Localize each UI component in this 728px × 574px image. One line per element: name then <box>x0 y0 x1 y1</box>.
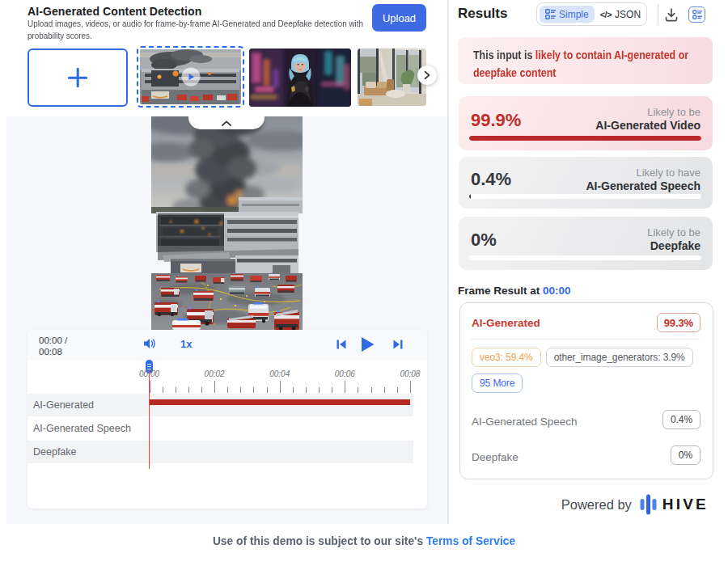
ruler-major-tick <box>214 381 215 393</box>
ruler-minor-tick <box>188 387 189 393</box>
list-view-button[interactable] <box>688 6 705 23</box>
ruler-major-tick <box>345 381 345 393</box>
score-progress-track <box>469 194 701 199</box>
ruler-minor-tick <box>293 387 294 393</box>
player-controls: 00:00 / 00:08 1x <box>28 330 427 360</box>
score-label: AI-Generated Speech <box>586 179 700 193</box>
detection-segment-bar <box>150 399 410 405</box>
results-heading: Results <box>458 6 507 22</box>
collapse-preview-button[interactable] <box>188 116 265 129</box>
track-row-deepfake: Deepfake <box>28 441 413 464</box>
thumbnail-cyberpunk-woman[interactable] <box>249 49 351 107</box>
alert-prefix: This input is <box>473 49 535 61</box>
ruler-minor-tick <box>384 387 385 393</box>
chip-veo3[interactable]: veo3: 59.4% <box>472 348 541 367</box>
carousel-next-button[interactable] <box>417 65 437 85</box>
hive-wordmark: HIVE <box>662 496 709 513</box>
list-view-icon <box>692 10 702 19</box>
terms-of-service-link[interactable]: Terms of Service <box>426 534 515 547</box>
upload-button[interactable]: Upload <box>372 4 426 32</box>
frame-result-heading: Frame Result at 00:00 <box>458 285 571 297</box>
track-row-label: AI-Generated <box>33 399 94 411</box>
score-qualifier: Likely to have <box>586 167 700 179</box>
frame-primary-label: AI-Generated <box>472 317 540 329</box>
ruler-minor-tick <box>332 387 332 393</box>
column-divider <box>447 0 449 524</box>
ruler-major-tick <box>280 381 281 393</box>
frame-result-card: AI-Generated 99.3% veo3: 59.4% other_ima… <box>459 302 713 479</box>
toolbar-divider <box>658 4 658 25</box>
plus-icon <box>77 68 79 87</box>
skip-to-start-button[interactable] <box>336 339 347 352</box>
ruler-minor-tick <box>267 387 268 393</box>
score-qualifier: Likely to be <box>647 226 700 239</box>
skip-to-end-button[interactable] <box>392 339 404 352</box>
track-row-ai-generated-speech: AI-Generated Speech <box>28 416 413 441</box>
skip-end-icon <box>392 339 404 350</box>
ruler-time-label: 00:02 <box>205 369 225 378</box>
play-icon <box>358 336 376 353</box>
skip-start-icon <box>336 339 347 350</box>
track-row-ai-generated: AI-Generated <box>28 394 413 416</box>
ruler-minor-tick <box>371 387 372 393</box>
playback-speed-button[interactable]: 1x <box>180 338 192 350</box>
powered-by-text: Powered by <box>561 497 632 513</box>
ai-content-detection-app: AI-Generated Content Detection Upload im… <box>0 0 728 574</box>
ruler-minor-tick <box>227 387 228 393</box>
volume-button[interactable] <box>143 338 156 352</box>
thumbnail-interior-room[interactable] <box>358 49 426 106</box>
page-title: AI-Generated Content Detection <box>28 5 201 18</box>
ruler-minor-tick <box>163 387 163 393</box>
frame-row-score-badge: 0% <box>671 445 700 465</box>
chip-more-classes[interactable]: 95 More <box>472 374 523 393</box>
add-media-thumbnail[interactable] <box>28 49 128 107</box>
view-mode-toggle: Simple </> JSON <box>536 2 647 26</box>
ruler-time-label: 00:08 <box>400 369 420 378</box>
chip-other-image-generators[interactable]: other_image_generators: 3.9% <box>546 348 693 367</box>
json-view-tab[interactable]: </> JSON <box>595 6 646 23</box>
ruler-minor-tick <box>253 387 254 393</box>
score-label: Deepfake <box>647 239 700 253</box>
hive-logo-icon <box>640 493 657 516</box>
timeline-playhead[interactable] <box>149 370 150 469</box>
ruler-time-label: 00:04 <box>269 369 290 378</box>
track-row-label: Deepfake <box>33 446 77 458</box>
ruler-minor-tick <box>319 387 320 393</box>
score-qualifier: Likely to be <box>595 106 700 119</box>
score-value: 99.9% <box>471 110 521 131</box>
chevron-right-icon <box>424 71 430 79</box>
thumbnail-video-selected[interactable] <box>137 46 244 108</box>
simple-view-tab[interactable]: Simple <box>540 6 595 23</box>
frame-card-divider <box>471 339 700 340</box>
play-button[interactable] <box>358 336 376 356</box>
ruler-minor-tick <box>176 387 176 393</box>
download-results-button[interactable] <box>664 7 679 23</box>
score-value: 0.4% <box>471 169 511 190</box>
score-card-ai-generated-speech: 0.4% Likely to have AI-Generated Speech <box>459 157 713 209</box>
time-display: 00:00 / 00:08 <box>39 336 67 357</box>
volume-icon <box>143 338 156 349</box>
score-progress-fill <box>469 194 471 199</box>
score-card-deepfake: 0% Likely to be Deepfake <box>459 217 713 270</box>
score-card-ai-generated-video: 99.9% Likely to be AI-Generated Video <box>459 96 713 150</box>
ruler-minor-tick <box>240 387 241 393</box>
ruler-minor-tick <box>397 387 398 393</box>
powered-by-branding: Powered by HIVE <box>0 494 709 515</box>
frame-row-label: AI-Generated Speech <box>472 416 578 428</box>
ruler-major-tick <box>410 381 411 393</box>
score-progress-track <box>469 255 701 260</box>
frame-row-label: Deepfake <box>472 451 518 463</box>
video-preview[interactable] <box>151 116 303 330</box>
score-progress-track <box>469 136 701 141</box>
play-overlay-icon <box>181 68 200 87</box>
frame-time-link[interactable]: 00:00 <box>543 285 571 297</box>
download-icon <box>664 7 679 23</box>
verdict-alert: This input is likely to contain AI-gener… <box>458 37 713 84</box>
ruler-minor-tick <box>358 387 358 393</box>
generator-chips-row: veo3: 59.4% other_image_generators: 3.9% <box>472 348 693 367</box>
ruler-minor-tick <box>201 387 202 393</box>
footer-disclaimer: Use of this demo is subject to our site'… <box>29 534 699 547</box>
chevron-up-icon <box>222 120 231 126</box>
frame-row-score-badge: 0.4% <box>662 410 700 429</box>
simple-view-icon <box>545 9 556 19</box>
